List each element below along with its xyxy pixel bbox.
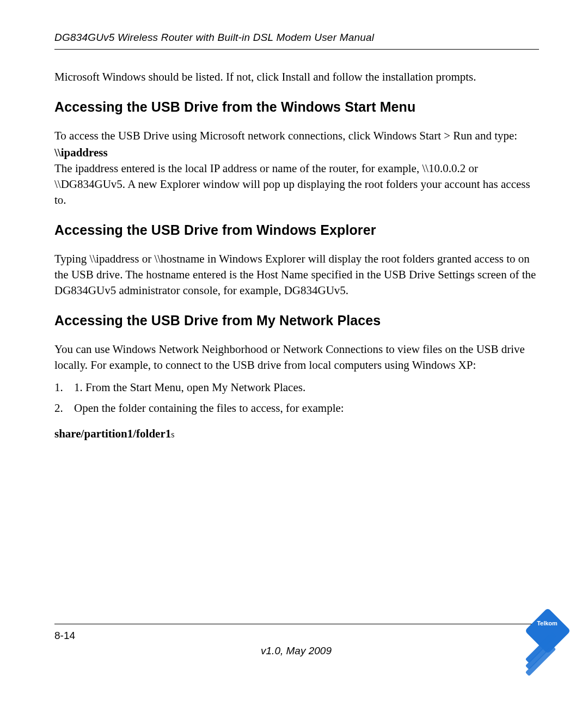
share-path-bold: share/partition1/folder1 xyxy=(54,427,171,440)
s3-share-path: share/partition1/folder1s xyxy=(54,427,539,441)
telkom-logo-icon: Telkom xyxy=(520,607,569,667)
section-heading-windows-explorer: Accessing the USB Drive from Windows Exp… xyxy=(54,222,539,238)
section-heading-start-menu: Accessing the USB Drive from the Windows… xyxy=(54,99,539,115)
footer-rule xyxy=(54,624,539,624)
s1-paragraph-1: To access the USB Drive using Microsoft … xyxy=(54,128,539,144)
running-header: DG834GUv5 Wireless Router with Built-in … xyxy=(54,32,539,44)
s3-step-list: 1. 1. From the Start Menu, open My Netwo… xyxy=(54,379,539,417)
list-item: 1. 1. From the Start Menu, open My Netwo… xyxy=(54,379,539,397)
step-number: 2. xyxy=(54,399,64,417)
logo-label: Telkom xyxy=(534,620,560,626)
page-footer: 8-14 v1.0, May 2009 xyxy=(54,624,539,657)
list-item: 2. Open the folder containing the files … xyxy=(54,399,539,417)
document-page: DG834GUv5 Wireless Router with Built-in … xyxy=(0,0,588,706)
header-rule xyxy=(54,49,539,50)
step-text: Open the folder containing the files to … xyxy=(74,399,344,417)
step-number: 1. xyxy=(54,379,64,397)
s2-paragraph-1: Typing \\ipaddress or \\hostname in Wind… xyxy=(54,251,539,299)
s1-code-ipaddress: \\ipaddress xyxy=(54,145,539,161)
share-path-suffix: s xyxy=(171,430,174,439)
page-number: 8-14 xyxy=(54,630,75,642)
section-heading-network-places: Accessing the USB Drive from My Network … xyxy=(54,313,539,328)
s3-paragraph-1: You can use Windows Network Neighborhood… xyxy=(54,342,539,373)
intro-paragraph: Microsoft Windows should be listed. If n… xyxy=(54,69,539,85)
s1-paragraph-2: The ipaddress entered is the local IP ad… xyxy=(54,161,539,208)
step-text: 1. From the Start Menu, open My Network … xyxy=(74,379,305,397)
version-text: v1.0, May 2009 xyxy=(75,645,517,657)
